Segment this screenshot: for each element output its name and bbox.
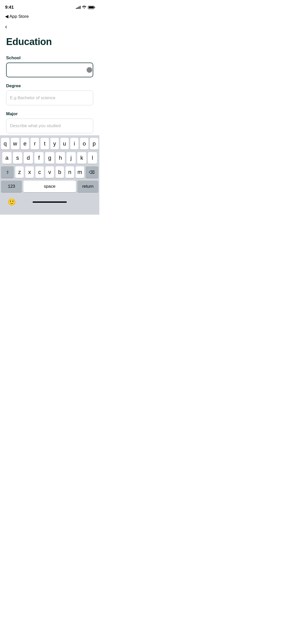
key-r[interactable]: r bbox=[31, 138, 39, 150]
app-store-label: App Store bbox=[9, 14, 29, 19]
key-u[interactable]: u bbox=[60, 138, 69, 150]
wifi-icon bbox=[82, 5, 86, 9]
key-w[interactable]: w bbox=[11, 138, 19, 150]
chevron-left-icon: ◀ bbox=[5, 14, 8, 19]
status-time: 9:41 bbox=[5, 5, 14, 10]
keyboard-row-3: ⇧ z x c v b n m ⌫ bbox=[1, 166, 98, 178]
key-x[interactable]: x bbox=[25, 166, 34, 178]
major-form-group: Major bbox=[6, 111, 93, 133]
space-key[interactable]: space bbox=[23, 181, 76, 192]
key-t[interactable]: t bbox=[40, 138, 49, 150]
emoji-key[interactable]: 🙂 bbox=[6, 196, 17, 208]
key-z[interactable]: z bbox=[15, 166, 24, 178]
scroll-handle bbox=[87, 67, 92, 73]
key-h[interactable]: h bbox=[56, 152, 65, 164]
key-k[interactable]: k bbox=[77, 152, 86, 164]
major-label: Major bbox=[6, 111, 93, 116]
page-title: Education bbox=[6, 36, 93, 47]
school-input-wrapper bbox=[6, 63, 93, 77]
shift-key[interactable]: ⇧ bbox=[1, 166, 14, 178]
back-button[interactable]: ‹ bbox=[5, 23, 7, 30]
status-icons bbox=[76, 5, 94, 9]
key-b[interactable]: b bbox=[56, 166, 64, 178]
key-s[interactable]: s bbox=[13, 152, 22, 164]
key-n[interactable]: n bbox=[65, 166, 74, 178]
status-bar: 9:41 bbox=[0, 0, 99, 13]
key-v[interactable]: v bbox=[45, 166, 54, 178]
nav-bar: ◀ App Store bbox=[0, 13, 99, 21]
school-label: School bbox=[6, 55, 93, 61]
keyboard-bottom-bar: 🙂 bbox=[1, 195, 98, 215]
home-indicator bbox=[33, 201, 67, 203]
return-key[interactable]: return bbox=[77, 181, 98, 192]
keyboard-bottom-row: 123 space return bbox=[1, 181, 98, 192]
key-a[interactable]: a bbox=[2, 152, 11, 164]
key-c[interactable]: c bbox=[35, 166, 44, 178]
school-form-group: School bbox=[6, 55, 93, 77]
back-row: ‹ bbox=[0, 21, 99, 34]
key-o[interactable]: o bbox=[80, 138, 88, 150]
key-p[interactable]: p bbox=[90, 138, 98, 150]
battery-icon bbox=[88, 6, 94, 9]
app-store-link[interactable]: ◀ App Store bbox=[5, 14, 29, 19]
degree-label: Degree bbox=[6, 83, 93, 89]
key-g[interactable]: g bbox=[45, 152, 54, 164]
key-e[interactable]: e bbox=[21, 138, 29, 150]
key-i[interactable]: i bbox=[70, 138, 79, 150]
numbers-key[interactable]: 123 bbox=[1, 181, 22, 192]
key-f[interactable]: f bbox=[34, 152, 44, 164]
key-y[interactable]: y bbox=[50, 138, 59, 150]
keyboard: q w e r t y u i o p a s d f g h j k l ⇧ … bbox=[0, 135, 99, 215]
degree-input[interactable] bbox=[6, 91, 93, 105]
major-input[interactable] bbox=[6, 119, 93, 133]
keyboard-row-1: q w e r t y u i o p bbox=[1, 138, 98, 150]
key-m[interactable]: m bbox=[76, 166, 84, 178]
key-l[interactable]: l bbox=[88, 152, 97, 164]
key-d[interactable]: d bbox=[24, 152, 33, 164]
school-input[interactable] bbox=[6, 63, 93, 77]
delete-key[interactable]: ⌫ bbox=[86, 166, 98, 178]
signal-icon bbox=[76, 6, 80, 9]
degree-form-group: Degree bbox=[6, 83, 93, 105]
key-q[interactable]: q bbox=[1, 138, 9, 150]
key-j[interactable]: j bbox=[66, 152, 76, 164]
keyboard-row-2: a s d f g h j k l bbox=[1, 152, 98, 164]
